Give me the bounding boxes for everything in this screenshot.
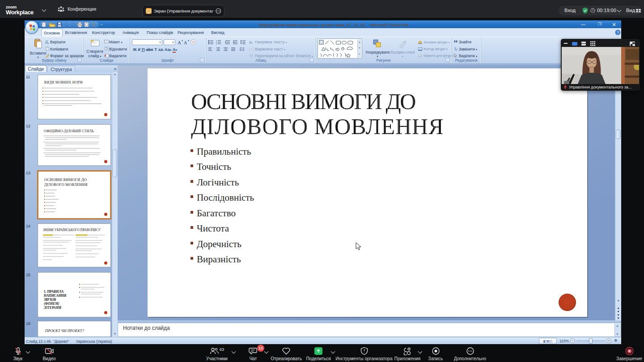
svg-text:63: 63 [220, 347, 224, 352]
svg-text:A: A [184, 40, 187, 45]
svg-text:A: A [178, 40, 181, 45]
svg-text:?: ? [617, 30, 619, 35]
